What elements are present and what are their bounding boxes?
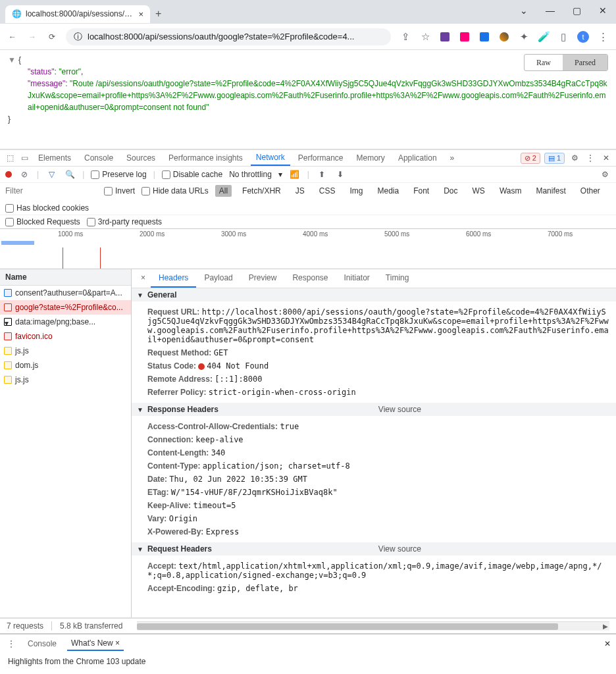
scrollbar-thumb[interactable] (137, 623, 558, 630)
reload-button[interactable]: ⟳ (46, 31, 58, 43)
filter-input[interactable] (5, 186, 97, 195)
filter-js[interactable]: JS (292, 185, 309, 197)
extension-icon[interactable] (478, 30, 491, 43)
request-row[interactable]: favicon.ico (0, 329, 131, 344)
minimize-icon[interactable]: — (542, 5, 558, 16)
back-button[interactable]: ← (7, 31, 18, 43)
gear-icon[interactable]: ⚙ (569, 152, 580, 164)
request-row[interactable]: dom.js (0, 358, 131, 373)
inspect-icon[interactable]: ⬚ (4, 152, 16, 164)
timeline[interactable]: 1000 ms 2000 ms 3000 ms 4000 ms 5000 ms … (0, 228, 616, 269)
hide-data-urls-checkbox[interactable]: Hide data URLs (141, 186, 209, 195)
upload-icon[interactable]: ⬆ (316, 168, 328, 180)
avatar-icon[interactable]: t (577, 30, 590, 43)
parsed-button[interactable]: Parsed (563, 55, 607, 70)
extension-icon[interactable] (438, 30, 451, 43)
tab-sources[interactable]: Sources (121, 151, 161, 165)
close-icon[interactable]: ✕ (595, 5, 611, 16)
tab-timing[interactable]: Timing (378, 269, 417, 288)
tab-initiator[interactable]: Initiator (336, 269, 377, 288)
filter-ws[interactable]: WS (469, 185, 489, 197)
drawer-menu-icon[interactable]: ⋮ (5, 638, 17, 650)
filter-wasm[interactable]: Wasm (496, 185, 526, 197)
flask-icon[interactable]: 🧪 (537, 30, 550, 43)
chevron-down-icon[interactable]: ⌄ (516, 5, 532, 16)
message-count[interactable]: ▤ 1 (544, 153, 565, 164)
tab-more[interactable]: » (445, 151, 460, 165)
response-headers-section-header[interactable]: ▼Response HeadersView source (132, 403, 616, 416)
gear-icon[interactable]: ⚙ (599, 168, 611, 180)
menu-icon[interactable]: ⋮ (596, 30, 609, 43)
tab-application[interactable]: Application (393, 151, 442, 165)
request-row[interactable]: consent?authuser=0&part=A... (0, 286, 131, 300)
drawer-tab-whats-new[interactable]: What's New × (67, 636, 124, 651)
extension-icon[interactable] (498, 30, 511, 43)
info-icon[interactable]: ⓘ (74, 31, 82, 43)
request-list-header[interactable]: Name (0, 269, 131, 286)
request-row[interactable]: ▾data:image/png;base... (0, 315, 131, 329)
browser-tab[interactable]: 🌐 localhost:8000/api/sessions/oaut × (5, 5, 150, 23)
request-row[interactable]: google?state=%2Fprofile&co... (0, 300, 131, 315)
tab-performance-insights[interactable]: Performance insights (163, 151, 248, 165)
tab-elements[interactable]: Elements (33, 151, 76, 165)
network-toolbar: ⊘ | ▽ 🔍 | Preserve log | Disable cache N… (0, 166, 616, 182)
clear-icon[interactable]: ⊘ (18, 168, 30, 180)
tab-response[interactable]: Response (284, 269, 336, 288)
panel-icon[interactable]: ▯ (557, 30, 570, 43)
view-source-link[interactable]: View source (378, 544, 421, 554)
tab-preview[interactable]: Preview (241, 269, 285, 288)
drawer-tab-console[interactable]: Console (24, 637, 61, 650)
maximize-icon[interactable]: ▢ (569, 5, 584, 16)
request-row[interactable]: js.js (0, 373, 131, 387)
horizontal-scrollbar[interactable]: ▶ (137, 621, 609, 631)
search-icon[interactable]: 🔍 (64, 168, 76, 180)
scroll-right-icon[interactable]: ▶ (603, 623, 608, 630)
filter-other[interactable]: Other (577, 185, 604, 197)
filter-all[interactable]: All (215, 185, 232, 197)
raw-button[interactable]: Raw (525, 55, 563, 70)
general-section-header[interactable]: ▼General (132, 288, 616, 301)
close-detail-icon[interactable]: × (136, 269, 151, 288)
extension-icon[interactable] (458, 30, 471, 43)
device-icon[interactable]: ▭ (18, 152, 30, 164)
filter-fetch-xhr[interactable]: Fetch/XHR (238, 185, 285, 197)
filter-css[interactable]: CSS (315, 185, 340, 197)
filter-icon[interactable]: ▽ (45, 168, 57, 180)
close-devtools-icon[interactable]: ✕ (600, 152, 612, 164)
puzzle-icon[interactable]: ✦ (517, 30, 530, 43)
tab-close-icon[interactable]: × (138, 9, 143, 19)
record-button[interactable] (5, 171, 12, 178)
third-party-checkbox[interactable]: 3rd-party requests (87, 217, 162, 226)
star-icon[interactable]: ☆ (419, 30, 432, 43)
download-icon[interactable]: ⬇ (334, 168, 346, 180)
filter-doc[interactable]: Doc (440, 185, 461, 197)
new-tab-button[interactable]: + (155, 8, 161, 20)
filter-manifest[interactable]: Manifest (532, 185, 569, 197)
tab-payload[interactable]: Payload (196, 269, 240, 288)
share-icon[interactable]: ⇪ (399, 30, 412, 43)
disable-cache-checkbox[interactable]: Disable cache (162, 170, 222, 179)
blocked-requests-checkbox[interactable]: Blocked Requests (5, 217, 80, 226)
tab-network[interactable]: Network (251, 150, 290, 166)
preserve-log-checkbox[interactable]: Preserve log (91, 170, 146, 179)
tab-console[interactable]: Console (79, 151, 118, 165)
tab-memory[interactable]: Memory (351, 151, 390, 165)
chevron-down-icon[interactable]: ▾ (278, 170, 282, 179)
view-source-link[interactable]: View source (378, 405, 421, 414)
url-field[interactable]: ⓘ localhost:8000/api/sessions/oauth/goog… (66, 28, 391, 45)
collapse-icon[interactable]: ▼ (8, 55, 16, 65)
close-drawer-icon[interactable]: ✕ (604, 639, 611, 648)
filter-media[interactable]: Media (373, 185, 403, 197)
invert-checkbox[interactable]: Invert (104, 186, 135, 195)
request-row[interactable]: js.js (0, 344, 131, 358)
request-headers-section-header[interactable]: ▼Request HeadersView source (132, 542, 616, 556)
blocked-cookies-checkbox[interactable]: Has blocked cookies (5, 203, 89, 213)
error-count[interactable]: ⊘ 2 (521, 153, 540, 164)
filter-font[interactable]: Font (409, 185, 433, 197)
throttling-select[interactable]: No throttling (229, 170, 272, 179)
tab-performance[interactable]: Performance (293, 151, 349, 165)
tab-headers[interactable]: Headers (151, 269, 196, 288)
wifi-icon[interactable]: 📶 (289, 168, 301, 180)
filter-img[interactable]: Img (346, 185, 367, 197)
more-icon[interactable]: ⋮ (584, 152, 596, 164)
